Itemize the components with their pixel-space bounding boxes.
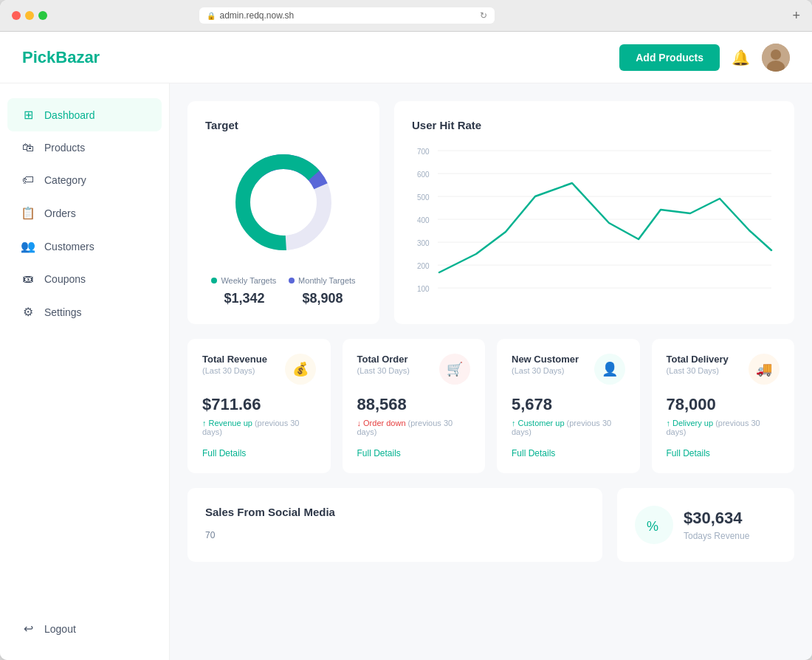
legend-weekly-label: Weekly Targets xyxy=(221,276,276,285)
url-text: admin.redq.now.sh xyxy=(219,10,294,21)
social-title: Sales From Social Media xyxy=(205,506,585,518)
avatar[interactable] xyxy=(762,44,790,72)
sidebar-item-customers[interactable]: 👥 Customers xyxy=(0,230,169,263)
full-details-delivery[interactable]: Full Details xyxy=(667,448,780,458)
stat-icon-order: 🛒 xyxy=(439,354,470,385)
svg-point-1 xyxy=(771,49,781,60)
full-details-customer[interactable]: Full Details xyxy=(512,448,625,458)
minimize-button[interactable] xyxy=(25,11,34,20)
stat-card-order: Total Order (Last 30 Days) 🛒 88,568 ↓ Or… xyxy=(343,339,486,473)
social-card: Sales From Social Media 70 xyxy=(187,488,602,562)
sidebar-item-products[interactable]: 🛍 Products xyxy=(0,131,169,164)
stat-value-delivery: 78,000 xyxy=(667,395,780,414)
logo: PickBazar xyxy=(22,48,100,67)
sidebar-item-dashboard[interactable]: ⊞ Dashboard xyxy=(7,98,162,131)
svg-text:200: 200 xyxy=(417,262,430,270)
svg-text:400: 400 xyxy=(417,216,430,224)
lock-icon: 🔒 xyxy=(207,12,216,20)
settings-icon: ⚙ xyxy=(21,305,35,319)
url-bar[interactable]: 🔒 admin.redq.now.sh ↻ xyxy=(199,7,495,24)
stat-card-revenue: Total Revenue (Last 30 Days) 💰 $711.66 ↑… xyxy=(187,339,331,473)
svg-text:300: 300 xyxy=(417,239,430,247)
line-chart-area: 700 600 500 400 300 200 100 xyxy=(412,143,777,306)
stat-card-customer: New Customer (Last 30 Days) 👤 5,678 ↑ Cu… xyxy=(497,339,640,473)
svg-text:500: 500 xyxy=(417,193,430,202)
line-chart-svg: 700 600 500 400 300 200 100 xyxy=(412,143,777,306)
change-direction-order: ↓ Order down xyxy=(357,419,406,427)
todays-revenue-card: % $30,634 Todays Revenue xyxy=(617,488,794,562)
sidebar-item-coupons[interactable]: 🎟 Coupons xyxy=(0,263,169,295)
weekly-value-item: $1,342 xyxy=(224,291,264,306)
change-direction-delivery: ↑ Delivery up xyxy=(667,419,714,427)
legend-monthly-label: Monthly Targets xyxy=(298,276,355,285)
sidebar-label-orders: Orders xyxy=(44,207,76,219)
weekly-amount: $1,342 xyxy=(224,291,264,306)
sidebar-item-settings[interactable]: ⚙ Settings xyxy=(0,295,169,329)
stat-title-delivery: Total Delivery (Last 30 Days) xyxy=(667,354,729,375)
traffic-lights xyxy=(12,11,47,20)
legend-monthly: Monthly Targets xyxy=(289,276,355,285)
customers-icon: 👥 xyxy=(21,239,35,253)
todays-revenue-label: Todays Revenue xyxy=(684,531,749,541)
browser-chrome: 🔒 admin.redq.now.sh ↻ + xyxy=(0,0,812,32)
stat-header-revenue: Total Revenue (Last 30 Days) 💰 xyxy=(202,354,316,385)
close-button[interactable] xyxy=(12,11,21,20)
target-card: Target xyxy=(187,101,379,324)
stat-header-delivery: Total Delivery (Last 30 Days) 🚚 xyxy=(667,354,780,385)
user-hit-rate-title: User Hit Rate xyxy=(412,119,777,131)
target-legend: Weekly Targets Monthly Targets xyxy=(205,276,362,285)
new-tab-button[interactable]: + xyxy=(792,9,800,22)
svg-text:600: 600 xyxy=(417,171,430,179)
sidebar-item-orders[interactable]: 📋 Orders xyxy=(0,196,169,230)
change-direction-customer: ↑ Customer up xyxy=(512,419,565,427)
topbar: PickBazar Add Products 🔔 xyxy=(0,32,812,83)
legend-dot-green xyxy=(211,278,217,283)
browser-window: 🔒 admin.redq.now.sh ↻ + PickBazar Add Pr… xyxy=(0,0,812,660)
sidebar-label-customers: Customers xyxy=(44,241,94,252)
topbar-right: Add Products 🔔 xyxy=(619,44,790,72)
stat-icon-customer: 👤 xyxy=(594,354,625,385)
target-values: $1,342 $8,908 xyxy=(205,291,362,306)
reload-icon[interactable]: ↻ xyxy=(480,10,487,21)
sidebar-item-logout[interactable]: ↩ Logout xyxy=(0,612,169,645)
sidebar: ⊞ Dashboard 🛍 Products 🏷 Category 📋 Orde… xyxy=(0,83,170,660)
sidebar-item-category[interactable]: 🏷 Category xyxy=(0,164,169,196)
main-content: ⊞ Dashboard 🛍 Products 🏷 Category 📋 Orde… xyxy=(0,83,812,660)
notification-icon[interactable]: 🔔 xyxy=(732,49,750,66)
avatar-image xyxy=(762,44,790,72)
sidebar-label-logout: Logout xyxy=(44,623,76,635)
donut-container xyxy=(205,143,362,261)
monthly-amount: $8,908 xyxy=(302,291,343,306)
logo-pick: Pick xyxy=(22,48,55,66)
full-details-order[interactable]: Full Details xyxy=(357,448,471,458)
stat-change-delivery: ↑ Delivery up (previous 30 days) xyxy=(667,419,780,436)
stat-title-revenue: Total Revenue (Last 30 Days) xyxy=(202,354,267,375)
stat-change-order: ↓ Order down (previous 30 days) xyxy=(357,419,471,436)
stat-value-order: 88,568 xyxy=(357,395,471,414)
sidebar-label-category: Category xyxy=(44,174,86,186)
stat-card-delivery: Total Delivery (Last 30 Days) 🚚 78,000 ↑… xyxy=(652,339,795,473)
todays-revenue-icon: % xyxy=(635,506,673,544)
page-area: Target xyxy=(170,83,812,660)
stat-title-customer: New Customer (Last 30 Days) xyxy=(512,354,579,375)
stat-change-customer: ↑ Customer up (previous 30 days) xyxy=(512,419,625,436)
change-direction-revenue: ↑ Revenue up xyxy=(202,419,252,427)
monthly-value-item: $8,908 xyxy=(302,291,343,306)
category-icon: 🏷 xyxy=(21,173,35,187)
maximize-button[interactable] xyxy=(38,11,47,20)
full-details-revenue[interactable]: Full Details xyxy=(202,448,316,458)
donut-chart xyxy=(228,147,339,258)
stat-value-revenue: $711.66 xyxy=(202,395,316,414)
todays-revenue-info: $30,634 Todays Revenue xyxy=(684,509,749,541)
legend-dot-blue xyxy=(289,278,295,283)
sidebar-label-dashboard: Dashboard xyxy=(44,109,95,121)
sidebar-label-coupons: Coupons xyxy=(44,273,86,285)
coupons-icon: 🎟 xyxy=(21,272,35,286)
products-icon: 🛍 xyxy=(21,141,35,154)
bottom-row: Sales From Social Media 70 % $30,634 xyxy=(187,488,794,562)
user-hit-rate-card: User Hit Rate 700 600 500 400 300 200 xyxy=(394,101,794,324)
target-title: Target xyxy=(205,119,362,131)
add-products-button[interactable]: Add Products xyxy=(619,44,720,71)
stat-title-order: Total Order (Last 30 Days) xyxy=(357,354,410,375)
app-layout: PickBazar Add Products 🔔 xyxy=(0,32,812,660)
